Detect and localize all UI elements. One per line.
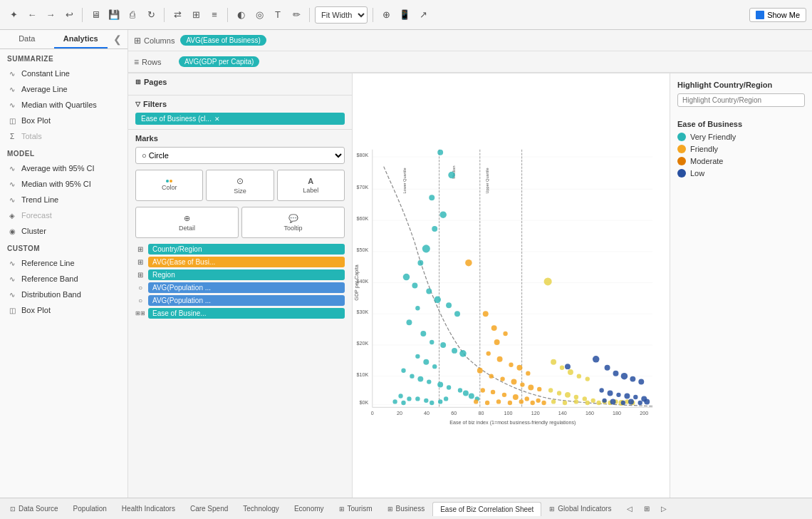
- svg-point-51: [454, 311, 460, 317]
- svg-point-89: [516, 365, 522, 371]
- reference-band-item[interactable]: ∿ Reference Band: [0, 271, 127, 287]
- tab-health-indicators[interactable]: Health Indicators: [115, 502, 182, 515]
- tab-scroll-left-icon[interactable]: ◁: [622, 501, 637, 517]
- svg-text:0: 0: [371, 411, 374, 416]
- tooltip-icon: 💬: [288, 214, 298, 223]
- svg-point-108: [519, 399, 524, 404]
- swap-icon[interactable]: ⇄: [170, 7, 185, 23]
- tab-add-icon[interactable]: ⊞: [639, 501, 655, 517]
- redo-icon[interactable]: ↻: [143, 7, 159, 23]
- tab-global-indicators[interactable]: ⊞ Global Indicators: [542, 502, 618, 515]
- sort-icon[interactable]: ⊞: [188, 7, 204, 23]
- svg-point-64: [417, 376, 423, 382]
- svg-point-121: [583, 396, 587, 401]
- svg-point-119: [565, 392, 571, 398]
- pill-population-2[interactable]: AVG(Population ...: [148, 295, 345, 306]
- bottom-tab-bar: ⊡ Data Source Population Health Indicato…: [0, 498, 812, 519]
- tab-population[interactable]: Population: [66, 502, 114, 515]
- box-plot-summarize-item[interactable]: ◫ Box Plot: [0, 113, 127, 128]
- tab-data[interactable]: Data: [0, 30, 54, 48]
- viz-left-panel: ⊞ Pages ▽ Filters Ease of Business (cl..…: [128, 73, 353, 498]
- reference-line-item[interactable]: ∿ Reference Line: [0, 255, 127, 271]
- pill-ease-2[interactable]: Ease of Busine...: [148, 308, 345, 319]
- filter-remove-icon: ✕: [214, 115, 220, 123]
- highlight-search-input[interactable]: [677, 93, 805, 107]
- marks-tooltip-button[interactable]: 💬 Tooltip: [241, 207, 345, 238]
- annotate-icon[interactable]: T: [270, 7, 286, 23]
- pill-region[interactable]: Region: [148, 269, 345, 280]
- tab-care-spend[interactable]: Care Spend: [183, 502, 235, 515]
- svg-point-61: [432, 364, 437, 369]
- tab-analytics[interactable]: Analytics: [54, 30, 108, 48]
- home-icon[interactable]: ✦: [6, 7, 21, 23]
- forward-icon[interactable]: →: [43, 7, 58, 23]
- share-icon[interactable]: ↗: [415, 7, 431, 23]
- svg-point-87: [497, 356, 503, 362]
- tab-ease-biz[interactable]: Ease of Biz Correlation Sheet: [432, 502, 541, 516]
- tab-data-source[interactable]: ⊡ Data Source: [3, 502, 66, 515]
- ease-legend-title: Ease of Business: [677, 120, 805, 128]
- label-icon: A: [308, 177, 313, 185]
- cluster-item[interactable]: ◉ Cluster: [0, 223, 127, 239]
- tab-tourism[interactable]: ⊞ Tourism: [332, 502, 380, 515]
- svg-point-92: [489, 374, 494, 378]
- marks-size-button[interactable]: ⊙ Size: [206, 170, 274, 201]
- svg-point-57: [452, 348, 457, 354]
- svg-point-58: [459, 350, 467, 357]
- legend-dot-very-friendly: [677, 133, 686, 141]
- svg-point-150: [628, 399, 634, 404]
- columns-pill[interactable]: AVG(Ease of Business): [180, 35, 266, 46]
- collapse-panel-button[interactable]: ❮: [108, 30, 127, 48]
- avg-95ci-item[interactable]: ∿ Average with 95% CI: [0, 160, 127, 176]
- svg-point-99: [491, 390, 495, 394]
- svg-point-138: [621, 373, 628, 380]
- desktop-icon[interactable]: 🖥: [88, 7, 103, 23]
- svg-point-151: [638, 401, 642, 405]
- marks-type-select[interactable]: ○ Circle: [135, 147, 345, 164]
- svg-text:120: 120: [531, 411, 540, 416]
- undo-icon[interactable]: ↩: [61, 7, 77, 23]
- svg-point-41: [429, 195, 434, 200]
- box-plot-summarize-icon: ◫: [7, 115, 17, 125]
- trend-line-item[interactable]: ∿ Trend Line: [0, 192, 127, 207]
- highlight-icon[interactable]: ◐: [233, 7, 249, 23]
- average-line-item[interactable]: ∿ Average Line: [0, 81, 127, 97]
- box-plot-custom-item[interactable]: ◫ Box Plot: [0, 302, 127, 318]
- svg-point-103: [536, 399, 540, 403]
- tab-economy[interactable]: Economy: [287, 502, 331, 515]
- save-icon[interactable]: 💾: [106, 7, 122, 23]
- pill-ease-of-business[interactable]: AVG(Ease of Busi...: [148, 257, 345, 267]
- columns-label: ⊞ Columns: [134, 36, 175, 46]
- median-95ci-item[interactable]: ∿ Median with 95% CI: [0, 176, 127, 192]
- svg-point-117: [548, 388, 553, 392]
- legend-dot-moderate: [677, 157, 686, 165]
- tab-business[interactable]: ⊞ Business: [380, 502, 432, 515]
- sort2-icon[interactable]: ≡: [207, 7, 222, 23]
- svg-point-60: [423, 359, 429, 365]
- rows-pill[interactable]: AVG(GDP per Capita): [179, 56, 259, 67]
- marks-label-button[interactable]: A Label: [277, 170, 345, 201]
- svg-point-73: [424, 399, 428, 403]
- tab-scroll-right-icon[interactable]: ▷: [656, 501, 672, 517]
- marks-color-button[interactable]: Color: [135, 170, 203, 201]
- svg-text:$70K: $70K: [357, 185, 369, 190]
- constant-line-item[interactable]: ∿ Constant Line: [0, 66, 127, 81]
- median-quartiles-item[interactable]: ∿ Median with Quartiles: [0, 97, 127, 113]
- back-icon[interactable]: ←: [24, 7, 40, 23]
- show-me-button[interactable]: Show Me: [749, 8, 806, 22]
- pill-population-1[interactable]: AVG(Population ...: [148, 282, 345, 293]
- format-icon[interactable]: ✏: [288, 7, 304, 23]
- device-icon[interactable]: 📱: [397, 7, 412, 23]
- pill-country[interactable]: Country/Region: [148, 244, 345, 255]
- svg-point-84: [503, 332, 507, 336]
- size-icon: ⊙: [236, 176, 244, 186]
- distribution-band-item[interactable]: ∿ Distribution Band: [0, 287, 127, 302]
- marks-detail-button[interactable]: ⊕ Detail: [135, 207, 239, 238]
- fit-width-select[interactable]: Fit Width: [315, 6, 368, 24]
- tooltip-icon[interactable]: ◎: [251, 7, 267, 23]
- zoom-icon[interactable]: ⊕: [378, 7, 394, 23]
- tab-technology[interactable]: Technology: [236, 502, 286, 515]
- print-icon[interactable]: ⎙: [125, 7, 140, 23]
- svg-point-47: [412, 283, 417, 289]
- filter-pill[interactable]: Ease of Business (cl... ✕: [135, 113, 345, 125]
